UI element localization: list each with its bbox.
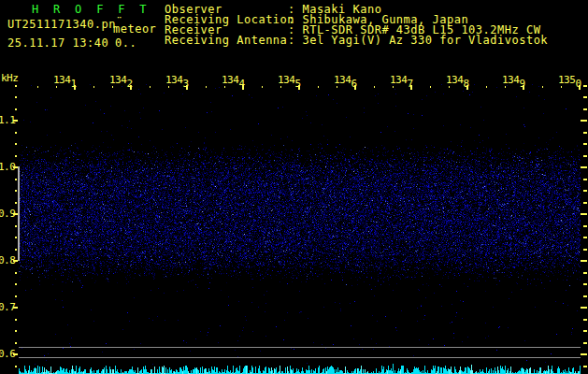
tick-mark bbox=[15, 85, 17, 87]
tick-mark bbox=[15, 342, 17, 344]
tick-mark bbox=[15, 155, 17, 157]
tick-mark bbox=[15, 319, 17, 321]
tick-mark bbox=[15, 237, 17, 238]
tick-mark bbox=[581, 307, 587, 309]
hrofft-output-window: H R O F F T UT2511171340.pn ¨ meteor 25.… bbox=[0, 0, 588, 374]
tick-mark bbox=[583, 179, 587, 180]
tick-mark bbox=[15, 108, 17, 110]
tick-mark bbox=[583, 237, 587, 238]
station-id: meteor bbox=[113, 22, 156, 36]
tick-mark bbox=[583, 202, 587, 204]
tick-mark bbox=[15, 179, 17, 180]
output-filename: UT2511171340.pn bbox=[7, 18, 116, 31]
tick-mark bbox=[583, 330, 587, 332]
tick-mark bbox=[583, 295, 587, 297]
tick-mark bbox=[13, 353, 18, 355]
app-title: H R O F F T bbox=[32, 3, 151, 16]
tick-mark bbox=[15, 249, 17, 251]
tick-mark bbox=[583, 143, 587, 145]
tick-mark bbox=[583, 225, 587, 227]
tick-mark bbox=[15, 272, 17, 274]
tick-mark bbox=[15, 225, 17, 227]
tick-mark bbox=[583, 108, 587, 110]
level-strip-upper-border bbox=[19, 347, 581, 348]
tick-mark bbox=[15, 143, 17, 145]
tick-mark bbox=[583, 155, 587, 157]
observation-datetime: 25.11.17 13:40 bbox=[7, 36, 108, 50]
tick-mark bbox=[583, 366, 587, 367]
tick-mark bbox=[583, 85, 587, 87]
tick-mark bbox=[583, 342, 587, 344]
tick-mark bbox=[13, 307, 18, 309]
y-axis-unit-label: kHz bbox=[1, 72, 18, 84]
tick-mark bbox=[583, 132, 587, 134]
tick-mark bbox=[15, 330, 17, 332]
receiving-antenna-value: : 3el Yagi(V) Az 330 for Vladivostok bbox=[288, 36, 548, 46]
receiving-antenna-label: Receiving Antenna bbox=[165, 36, 287, 46]
tick-mark bbox=[581, 353, 587, 355]
tick-mark bbox=[581, 213, 587, 215]
tick-mark bbox=[581, 260, 587, 262]
tick-mark bbox=[581, 120, 587, 122]
tick-mark bbox=[15, 190, 17, 192]
tick-mark bbox=[581, 166, 587, 168]
tick-mark bbox=[15, 366, 17, 367]
tick-mark bbox=[15, 132, 17, 134]
tick-mark bbox=[13, 120, 18, 122]
tick-mark bbox=[583, 190, 587, 192]
tick-mark bbox=[15, 202, 17, 204]
calibration-band-marker bbox=[18, 166, 20, 261]
echo-count: 0.. bbox=[115, 36, 136, 50]
level-strip-lower-border bbox=[19, 357, 581, 358]
signal-level-strip bbox=[19, 363, 581, 374]
tick-mark bbox=[583, 249, 587, 251]
tick-mark bbox=[15, 283, 17, 285]
tick-mark bbox=[583, 96, 587, 98]
tick-mark bbox=[583, 272, 587, 274]
tick-mark bbox=[15, 96, 17, 98]
tick-mark bbox=[583, 319, 587, 321]
tick-mark bbox=[15, 295, 17, 297]
spectrogram-noise-band bbox=[19, 84, 581, 374]
tick-mark bbox=[583, 283, 587, 285]
